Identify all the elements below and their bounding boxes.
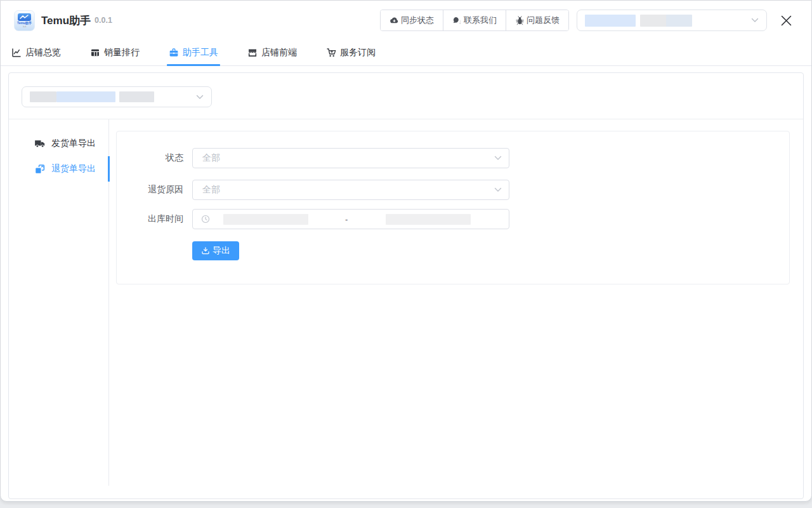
chevron-down-icon <box>196 95 204 100</box>
cart-icon <box>326 48 336 58</box>
app-logo-icon: Temu助手 <box>14 10 35 31</box>
download-icon <box>201 246 210 255</box>
bug-icon <box>515 16 525 25</box>
truck-icon <box>34 138 46 149</box>
form-row-reason: 退货原因 全部 <box>117 180 789 200</box>
close-button[interactable] <box>777 11 795 29</box>
sidebar-item-return-export[interactable]: 退货单导出 <box>9 156 108 182</box>
logo-chart-icon <box>18 13 31 21</box>
tab-bar: 店铺总览 销量排行 助手工具 店铺前端 服务订阅 <box>1 40 811 66</box>
tab-service-subscription[interactable]: 服务订阅 <box>324 40 377 65</box>
redacted-shop-name <box>585 15 636 27</box>
sidebar-item-shipping-export[interactable]: 发货单导出 <box>9 131 108 156</box>
reason-select-value: 全部 <box>202 184 220 196</box>
redacted-text <box>119 91 154 102</box>
chevron-down-icon <box>751 18 759 23</box>
sync-status-button[interactable]: 同步状态 <box>381 10 443 30</box>
form-row-time: 出库时间 - <box>117 209 789 229</box>
export-row: 导出 <box>117 241 789 260</box>
active-indicator <box>108 156 110 182</box>
card-top <box>9 73 803 119</box>
tab-sales-ranking[interactable]: 销量排行 <box>88 40 141 65</box>
line-chart-icon <box>11 48 22 58</box>
tab-store-overview[interactable]: 店铺总览 <box>10 40 63 65</box>
app-version: 0.0.1 <box>95 16 112 25</box>
storefront-icon <box>247 48 258 58</box>
logo-text: Temu助手 <box>17 22 32 25</box>
status-select-value: 全部 <box>202 152 220 164</box>
tool-sidebar: 发货单导出 退货单导出 <box>9 119 109 486</box>
reason-label: 退货原因 <box>117 184 183 196</box>
header-button-group: 同步状态 联系我们 问题反馈 <box>380 10 569 31</box>
tool-shop-select[interactable] <box>22 86 212 107</box>
export-button-label: 导出 <box>213 245 230 257</box>
tab-store-frontend[interactable]: 店铺前端 <box>246 40 299 65</box>
contact-us-button[interactable]: 联系我们 <box>443 10 506 30</box>
status-label: 状态 <box>117 152 183 164</box>
main-card: 发货单导出 退货单导出 状态 全部 <box>8 72 804 499</box>
chevron-down-icon <box>494 156 502 161</box>
redacted-start-date <box>223 214 308 225</box>
outbound-time-range-input[interactable]: - <box>192 209 509 229</box>
return-export-form: 状态 全部 退货原因 全部 <box>116 131 790 284</box>
chevron-down-icon <box>494 187 502 192</box>
header: Temu助手 Temu助手 0.0.1 同步状态 联系我们 <box>1 1 811 40</box>
close-icon <box>781 15 792 26</box>
form-row-status: 状态 全部 <box>117 148 789 168</box>
status-select[interactable]: 全部 <box>192 148 509 168</box>
redacted-text <box>56 91 115 102</box>
return-box-icon <box>34 163 46 175</box>
cloud-sync-icon <box>390 16 399 25</box>
app-title: Temu助手 <box>41 13 91 28</box>
clock-icon <box>201 215 210 224</box>
reason-select[interactable]: 全部 <box>192 180 509 200</box>
app-window: Temu助手 Temu助手 0.0.1 同步状态 联系我们 <box>0 0 812 502</box>
range-separator: - <box>345 215 348 224</box>
redacted-end-date <box>386 214 471 225</box>
redacted-shop-info <box>640 15 692 27</box>
toolbox-icon <box>169 48 179 58</box>
card-body: 发货单导出 退货单导出 状态 全部 <box>9 119 803 498</box>
time-label: 出库时间 <box>117 213 183 225</box>
brand: Temu助手 Temu助手 0.0.1 <box>14 10 112 31</box>
header-actions: 同步状态 联系我们 问题反馈 <box>380 10 795 31</box>
feedback-button[interactable]: 问题反馈 <box>506 10 568 30</box>
shop-select[interactable] <box>577 10 767 31</box>
contact-icon <box>452 16 462 25</box>
logo-crown-icon <box>23 25 27 27</box>
tab-assistant-tools[interactable]: 助手工具 <box>167 40 220 65</box>
table-icon <box>90 48 100 58</box>
export-button[interactable]: 导出 <box>192 241 239 260</box>
redacted-text <box>30 91 56 102</box>
